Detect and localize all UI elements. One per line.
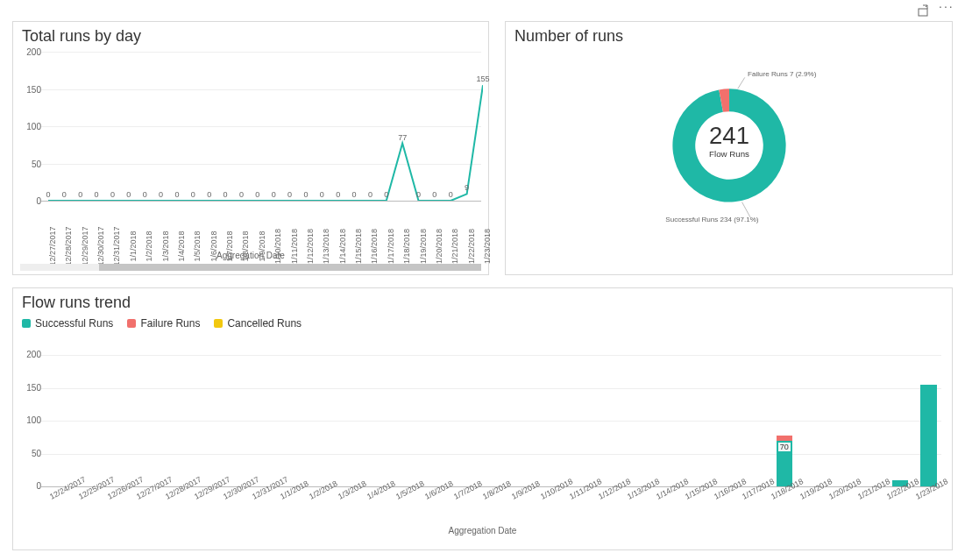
panel-title: Total runs by day xyxy=(13,22,488,47)
y-tick-label: 100 xyxy=(20,415,41,425)
data-label: 0 xyxy=(159,190,163,199)
data-label: 0 xyxy=(46,190,50,199)
data-label: 0 xyxy=(272,190,276,199)
horizontal-scrollbar[interactable] xyxy=(20,264,481,271)
svg-line-2 xyxy=(737,77,744,89)
scrollbar-thumb[interactable] xyxy=(99,264,481,271)
x-axis-title: Aggregation Date xyxy=(13,251,488,260)
more-icon[interactable]: ··· xyxy=(939,4,953,18)
donut-chart[interactable]: 241Flow RunsFailure Runs 7 (2.9%)Success… xyxy=(506,60,952,274)
donut-center-label: Flow Runs xyxy=(709,149,749,159)
share-icon[interactable] xyxy=(916,4,930,18)
data-label: 0 xyxy=(303,190,308,199)
legend-label: Cancelled Runs xyxy=(227,317,302,330)
data-label: 0 xyxy=(287,190,292,199)
data-label: 0 xyxy=(224,190,228,199)
data-label: 77 xyxy=(398,133,407,142)
panel-flow-runs-trend: Flow runs trend Successful RunsFailure R… xyxy=(12,287,953,550)
panel-number-of-runs: Number of runs 241Flow RunsFailure Runs … xyxy=(505,21,953,275)
data-label: 0 xyxy=(368,190,373,199)
data-label: 0 xyxy=(78,190,82,199)
data-label: 9 xyxy=(465,183,469,192)
x-axis-labels: 12/24/201712/25/201712/26/201712/27/2017… xyxy=(48,485,941,528)
chart-legend: Successful RunsFailure RunsCancelled Run… xyxy=(13,314,952,330)
data-label: 0 xyxy=(336,190,340,199)
data-label: 0 xyxy=(432,190,436,199)
data-label: 0 xyxy=(352,190,357,199)
data-label: 0 xyxy=(416,190,421,199)
panel-title: Number of runs xyxy=(506,22,952,47)
legend-label: Successful Runs xyxy=(35,317,113,330)
bar-value-label: 70 xyxy=(778,443,791,451)
y-tick-label: 200 xyxy=(20,47,41,57)
y-tick-label: 100 xyxy=(20,122,41,131)
y-tick-label: 0 xyxy=(20,481,41,491)
donut-label-success: Successful Runs 234 (97.1%) xyxy=(665,216,759,223)
donut-center-value: 241 xyxy=(709,122,749,149)
svg-rect-0 xyxy=(919,9,927,16)
data-label: 0 xyxy=(95,190,99,199)
data-label: 0 xyxy=(110,190,115,199)
x-axis-title: Aggregation Date xyxy=(13,526,952,535)
data-label: 0 xyxy=(239,190,244,199)
y-tick-label: 200 xyxy=(20,350,41,359)
data-label: 155 xyxy=(476,74,489,83)
data-label: 0 xyxy=(143,190,147,199)
panel-title: Flow runs trend xyxy=(13,288,952,314)
legend-swatch xyxy=(214,319,223,328)
x-axis-labels: 12/27/201712/28/201712/29/201712/30/2017… xyxy=(48,199,481,246)
legend-item-successful-runs[interactable]: Successful Runs xyxy=(22,317,113,330)
panel-total-runs-by-day: Total runs by day 0501001502000000000000… xyxy=(12,21,489,275)
legend-item-failure-runs[interactable]: Failure Runs xyxy=(127,317,200,330)
data-label: 0 xyxy=(320,190,324,199)
data-label: 0 xyxy=(174,190,179,199)
data-label: 0 xyxy=(255,190,259,199)
donut-label-failure: Failure Runs 7 (2.9%) xyxy=(748,70,817,78)
y-tick-label: 150 xyxy=(20,383,41,393)
data-label: 0 xyxy=(384,190,388,199)
y-tick-label: 150 xyxy=(20,84,41,94)
legend-label: Failure Runs xyxy=(140,317,200,330)
y-tick-label: 50 xyxy=(20,449,41,458)
stacked-bar-chart[interactable]: 05010015020070 xyxy=(48,355,941,486)
bar-failure-runs[interactable] xyxy=(777,436,792,440)
legend-swatch xyxy=(22,319,31,328)
data-label: 0 xyxy=(126,190,131,199)
data-label: 0 xyxy=(62,190,67,199)
line-chart-total-runs[interactable]: 0501001502000000000000000000000000770009… xyxy=(48,52,481,201)
data-label: 0 xyxy=(207,190,211,199)
y-tick-label: 50 xyxy=(20,159,41,168)
y-tick-label: 0 xyxy=(20,196,41,206)
bar-successful-runs[interactable] xyxy=(920,385,936,486)
legend-item-cancelled-runs[interactable]: Cancelled Runs xyxy=(214,317,302,330)
data-label: 0 xyxy=(449,190,453,199)
data-label: 0 xyxy=(191,190,195,199)
legend-swatch xyxy=(127,319,136,328)
